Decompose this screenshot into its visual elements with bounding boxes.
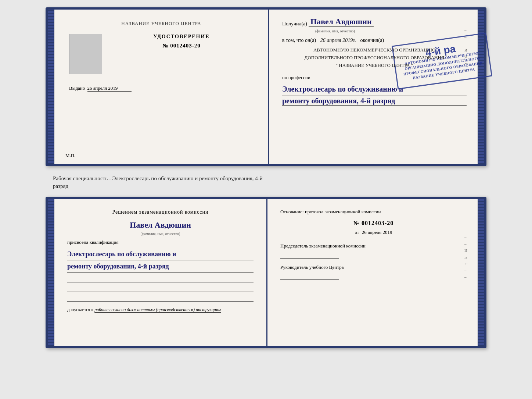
qual-line1: Электрослесарь по обслуживанию и xyxy=(67,248,254,260)
top-document-book: НАЗВАНИЕ УЧЕБНОГО ЦЕНТРА УДОСТОВЕРЕНИЕ №… xyxy=(46,7,486,166)
assigned-label: присвоена квалификация xyxy=(67,239,254,245)
mp-label: М.П. xyxy=(65,153,75,158)
bottom-right-page: Основание: протокол экзаменационной коми… xyxy=(267,199,478,346)
org-name: " НАЗВАНИЕ УЧЕБНОГО ЦЕНТРА " xyxy=(282,62,467,70)
fio-label-top: (фамилия, имя, отчество) xyxy=(315,29,467,33)
chairman-role: Председатель экзаменационной комиссии xyxy=(280,243,467,249)
received-line: Получил(а) Павел Авдюшин – xyxy=(282,17,467,27)
issued-block: Выдано 26 апреля 2019 xyxy=(69,85,254,92)
from-date-value: 26 апреля 2019 xyxy=(362,229,392,235)
cert-center-block: УДОСТОВЕРЕНИЕ № 0012403-20 xyxy=(109,34,254,49)
allowed-text: работе согласно должностным (производств… xyxy=(94,307,221,312)
right-ribbon-marks: – – – И ,а ← – – xyxy=(464,28,468,79)
person-name-block: Павел Авдюшин xyxy=(67,220,254,231)
org-line2: ДОПОЛНИТЕЛЬНОГО ПРОФЕССИОНАЛЬНОГО ОБРАЗО… xyxy=(282,54,467,62)
completed-label: окончил(а) xyxy=(360,38,384,43)
cert-number: № 0012403-20 xyxy=(109,43,254,49)
org-line1: АВТОНОМНУЮ НЕКОММЕРЧЕСКУЮ ОРГАНИЗАЦИЮ xyxy=(282,46,467,54)
line2 xyxy=(67,285,254,292)
number-prefix-bottom: № xyxy=(353,220,360,226)
left-spine xyxy=(48,10,54,164)
in-that-prefix: в том, что он(а) xyxy=(282,38,316,43)
doc-type-label: УДОСТОВЕРЕНИЕ xyxy=(109,34,254,40)
issued-label: Выдано xyxy=(69,85,85,91)
right-spine-bottom xyxy=(478,199,484,346)
org-label: НАЗВАНИЕ УЧЕБНОГО ЦЕНТРА xyxy=(69,21,254,26)
bottom-right-ribbon: – – – И ,а ← – – – xyxy=(464,228,468,286)
issued-date: 26 апреля 2019 xyxy=(87,85,132,92)
number-prefix: № xyxy=(162,43,168,49)
protocol-number-block: № 0012403-20 xyxy=(280,220,467,227)
photo-placeholder xyxy=(69,34,102,74)
between-label: Рабочая специальность - Электрослесарь п… xyxy=(46,173,486,190)
bottom-left-spine xyxy=(48,199,54,346)
profession-line2: ремонту оборудования, 4-й разряд xyxy=(282,97,467,106)
line3 xyxy=(67,294,254,302)
leader-role: Руководитель учебного Центра xyxy=(280,264,467,271)
profession-line1: Электрослесарь по обслуживанию и xyxy=(282,82,467,96)
org-title-block: НАЗВАНИЕ УЧЕБНОГО ЦЕНТРА xyxy=(69,21,254,26)
leader-signature-line xyxy=(280,272,339,280)
bottom-document-book: Решением экзаменационной комиссии Павел … xyxy=(46,197,486,348)
recipient-name: Павел Авдюшин xyxy=(309,17,374,27)
received-prefix: Получил(а) xyxy=(282,21,307,27)
basis-label: Основание: протокол экзаменационной коми… xyxy=(280,208,467,215)
bottom-left-page: Решением экзаменационной комиссии Павел … xyxy=(54,199,267,346)
fio-label-bottom: (фамилия, имя, отчество) xyxy=(67,232,254,236)
line1 xyxy=(67,275,254,282)
exam-commission-title: Решением экзаменационной комиссии xyxy=(67,208,254,216)
between-line2: разряд xyxy=(53,182,486,190)
chairman-signature-line xyxy=(280,251,339,259)
allowed-block: допускается к работе согласно должностны… xyxy=(67,307,254,313)
photo-and-cert-area: УДОСТОВЕРЕНИЕ № 0012403-20 xyxy=(69,34,254,74)
allowed-prefix: допускается к xyxy=(67,307,93,312)
from-date-block: от 26 апреля 2019 xyxy=(280,229,467,235)
qual-line2: ремонту оборудования, 4-й разряд xyxy=(67,260,254,272)
completion-date: 26 апреля 2019г. xyxy=(320,38,356,43)
between-line1: Рабочая специальность - Электрослесарь п… xyxy=(53,175,486,182)
person-name-bottom: Павел Авдюшин xyxy=(124,220,197,230)
protocol-number: 0012403-20 xyxy=(362,220,393,226)
from-prefix: от xyxy=(355,229,359,235)
top-right-page: 4-й ра АВТОНОМНУЮ НЕКОММЕРЧЕСКУЮ ОРГАНИЗ… xyxy=(269,10,478,164)
number-value: 0012403-20 xyxy=(170,43,201,49)
top-left-page: НАЗВАНИЕ УЧЕБНОГО ЦЕНТРА УДОСТОВЕРЕНИЕ №… xyxy=(54,10,269,164)
org-block: АВТОНОМНУЮ НЕКОММЕРЧЕСКУЮ ОРГАНИЗАЦИЮ ДО… xyxy=(282,46,467,69)
